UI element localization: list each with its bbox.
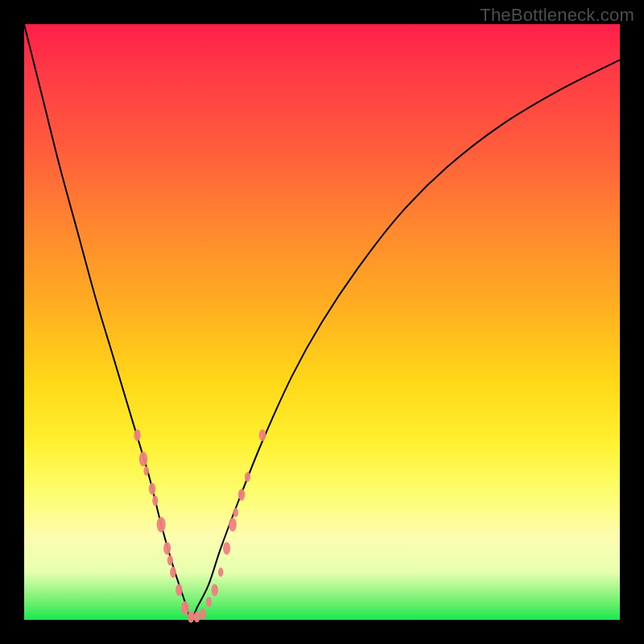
chart-plot-area: [24, 24, 620, 620]
sample-marker: [181, 601, 189, 615]
sample-marker: [229, 518, 237, 531]
sample-marker: [170, 567, 176, 578]
sample-marker: [152, 496, 158, 506]
watermark-text: TheBottleneck.com: [480, 5, 634, 26]
bottleneck-curve: [24, 24, 620, 620]
sample-marker: [149, 483, 155, 495]
sample-marker: [245, 472, 250, 482]
chart-frame: TheBottleneck.com: [0, 0, 644, 644]
sample-marker: [188, 611, 194, 623]
curve-layer: [24, 24, 620, 620]
sample-marker: [233, 508, 238, 517]
sample-marker: [238, 489, 245, 501]
sample-marker: [200, 609, 206, 620]
sample-marker: [218, 568, 224, 576]
sample-marker: [212, 584, 218, 597]
sample-marker: [157, 517, 166, 532]
sample-marker: [134, 429, 140, 441]
sample-marker: [259, 429, 266, 441]
sample-marker: [223, 542, 230, 555]
sample-marker: [139, 452, 147, 466]
chart-svg: [24, 24, 620, 620]
sample-marker: [206, 597, 212, 608]
sample-marker: [163, 542, 171, 555]
sample-marker: [167, 555, 173, 566]
sample-marker: [194, 611, 200, 622]
sample-marker: [143, 466, 149, 475]
marker-layer: [134, 429, 266, 623]
sample-marker: [175, 584, 182, 597]
